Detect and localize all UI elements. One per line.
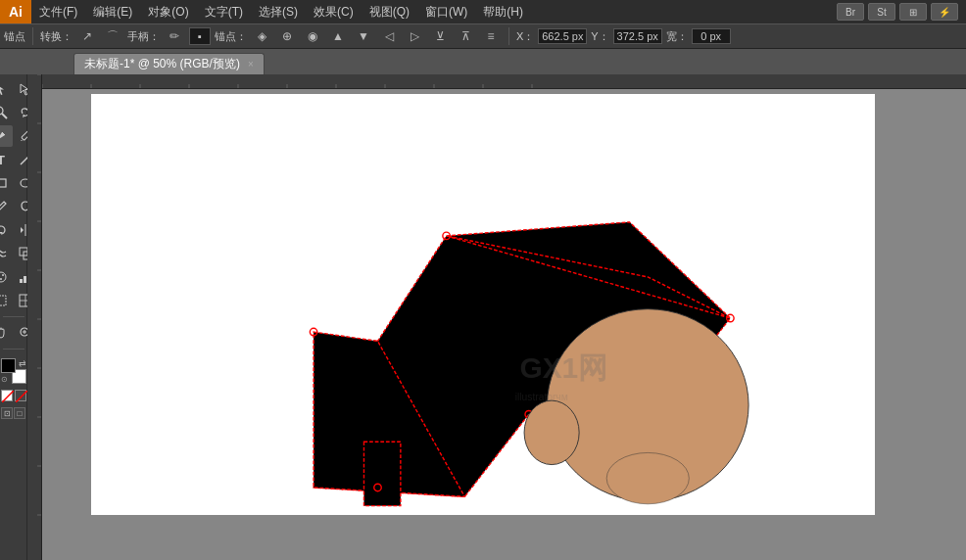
x-input[interactable] <box>538 28 587 44</box>
sep1 <box>32 27 33 45</box>
none-stroke[interactable] <box>15 390 26 401</box>
svg-point-58 <box>524 400 579 464</box>
y-label: Y： <box>591 29 608 44</box>
color-swap-btn[interactable]: ⇄ <box>19 358 26 368</box>
svg-rect-51 <box>363 442 400 505</box>
view-buttons: ⊡ □ <box>1 407 25 419</box>
svg-text:illustratorчм: illustratorчм <box>515 392 568 402</box>
illustration: GX1网 illustratorчм <box>91 94 875 515</box>
rect-tool[interactable] <box>0 172 13 194</box>
power-button[interactable]: ⚡ <box>931 3 958 21</box>
stock-button[interactable]: St <box>868 3 895 21</box>
canvas-container[interactable]: GX1网 illustratorчм <box>42 74 966 560</box>
artboard-tool[interactable] <box>0 290 13 311</box>
main-area: T <box>0 74 966 560</box>
convert-label: 转换： <box>40 29 72 44</box>
svg-line-0 <box>2 114 7 118</box>
w-label: 宽： <box>666 29 688 44</box>
anchor-label: 锚点 <box>4 29 25 44</box>
w-input[interactable] <box>692 28 731 44</box>
menu-object[interactable]: 对象(O) <box>140 0 196 23</box>
ai-logo: Ai <box>0 0 31 23</box>
type-tool[interactable]: T <box>0 149 13 170</box>
toolbar-anchor: 锚点 转换： ↗ ⌒ 手柄： ✏ ▪ 锚点： ◈ ⊕ ◉ ▲ ▼ ◁ ▷ ⊻ ⊼… <box>0 23 966 49</box>
svg-point-12 <box>2 274 4 276</box>
anchor-btn10[interactable]: ≡ <box>480 25 502 47</box>
hand-tool[interactable] <box>0 322 13 344</box>
svg-line-26 <box>16 391 27 402</box>
anchor-btn4[interactable]: ▲ <box>327 25 349 47</box>
svg-rect-15 <box>24 276 26 283</box>
anchor-label2: 锚点： <box>215 29 247 44</box>
anchor-btn7[interactable]: ▷ <box>404 25 425 47</box>
tab-close-btn[interactable]: × <box>248 59 254 70</box>
y-input[interactable] <box>613 28 662 44</box>
menu-help[interactable]: 帮助(H) <box>475 0 531 23</box>
svg-rect-17 <box>0 296 6 305</box>
menu-file[interactable]: 文件(F) <box>31 0 85 23</box>
color-indicators <box>1 390 26 401</box>
tab-title: 未标题-1* @ 50% (RGB/预览) <box>84 56 240 72</box>
pen-tool[interactable] <box>0 125 13 147</box>
menu-view[interactable]: 视图(Q) <box>362 0 417 23</box>
anchor-btn3[interactable]: ◉ <box>302 25 323 47</box>
convert-corner-btn[interactable]: ↗ <box>76 25 98 47</box>
paintbrush-tool[interactable] <box>0 196 13 217</box>
rotate-tool[interactable] <box>0 219 13 241</box>
handle-label: 手柄： <box>127 29 160 44</box>
tool-sep <box>3 316 24 317</box>
menu-bar: Ai 文件(F) 编辑(E) 对象(O) 文字(T) 选择(S) 效果(C) 视… <box>0 0 966 23</box>
svg-point-10 <box>0 272 6 282</box>
color-boxes: ⇄ ⊙ <box>1 358 26 384</box>
change-screen-mode[interactable]: ⊡ <box>1 407 13 419</box>
toggle-screen[interactable]: □ <box>14 407 25 419</box>
warp-tool[interactable] <box>0 243 13 264</box>
svg-point-13 <box>0 278 2 280</box>
tool-sep2 <box>3 349 24 350</box>
sep2 <box>508 27 509 45</box>
svg-rect-4 <box>0 179 6 187</box>
menu-right: Br St ⊞ ⚡ <box>837 3 966 21</box>
svg-rect-14 <box>20 279 23 283</box>
selection-tool[interactable] <box>0 78 13 100</box>
menu-select[interactable]: 选择(S) <box>251 0 306 23</box>
color-reset-btn[interactable]: ⊙ <box>1 376 8 384</box>
menu-edit[interactable]: 编辑(E) <box>85 0 140 23</box>
svg-point-59 <box>606 452 689 503</box>
convert-smooth-btn[interactable]: ⌒ <box>102 25 123 47</box>
magic-wand-tool[interactable] <box>0 102 13 123</box>
ruler-left <box>27 74 42 560</box>
svg-line-25 <box>2 391 14 402</box>
svg-text:GX1网: GX1网 <box>519 351 607 384</box>
symbol-tool[interactable] <box>0 266 13 288</box>
anchor-btn6[interactable]: ◁ <box>378 25 400 47</box>
anchor-btn5[interactable]: ▼ <box>353 25 374 47</box>
ruler-top <box>42 74 966 89</box>
anchor-btn2[interactable]: ⊕ <box>276 25 298 47</box>
document-tab[interactable]: 未标题-1* @ 50% (RGB/预览) × <box>73 53 265 74</box>
menu-window[interactable]: 窗口(W) <box>417 0 475 23</box>
x-label: X： <box>516 29 534 44</box>
tab-bar: 未标题-1* @ 50% (RGB/预览) × <box>0 49 966 74</box>
menu-effect[interactable]: 效果(C) <box>306 0 362 23</box>
bridge-button[interactable]: Br <box>837 3 864 21</box>
left-toolbar: T <box>0 74 27 560</box>
handle-btn1[interactable]: ✏ <box>164 25 185 47</box>
svg-point-1 <box>0 107 3 115</box>
handle-select[interactable]: ▪ <box>189 27 211 45</box>
grid-button[interactable]: ⊞ <box>899 3 927 21</box>
anchor-btn1[interactable]: ◈ <box>251 25 272 47</box>
foreground-color-box[interactable] <box>1 358 16 373</box>
anchor-btn8[interactable]: ⊻ <box>429 25 451 47</box>
artboard[interactable]: GX1网 illustratorчм <box>91 94 875 515</box>
menu-text[interactable]: 文字(T) <box>197 0 251 23</box>
anchor-btn9[interactable]: ⊼ <box>455 25 476 47</box>
none-fill[interactable] <box>1 390 13 401</box>
